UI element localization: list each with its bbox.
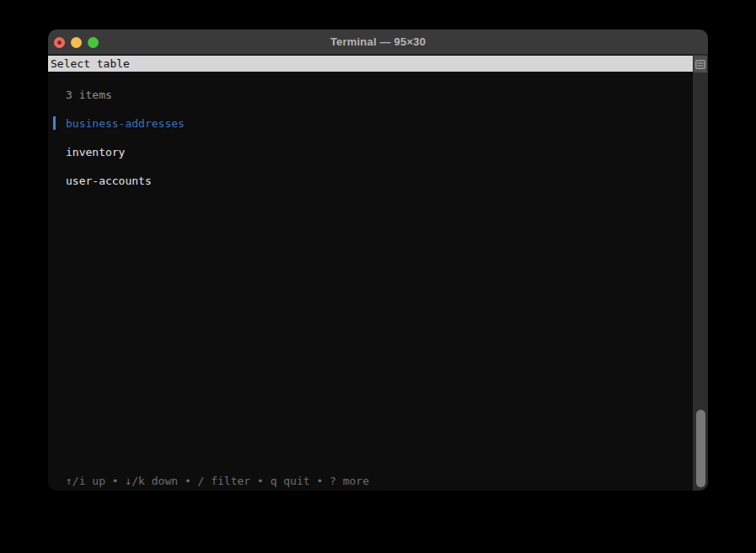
scrollbar-thumb[interactable] (696, 410, 705, 487)
list-item[interactable]: inventory (48, 145, 693, 159)
zoom-button[interactable] (88, 37, 99, 48)
window-title: Terminal — 95×30 (330, 35, 426, 48)
table-name: business-addresses (66, 117, 185, 130)
app-header-title: Select table (51, 57, 130, 70)
split-pane-icon (695, 60, 705, 69)
selection-cursor-bar (53, 116, 56, 130)
help-bar: ↑/i up • ↓/k down • / filter • q quit • … (48, 474, 369, 488)
traffic-lights (54, 30, 99, 55)
terminal-content: Select table 3 items business-addressesi… (48, 55, 708, 491)
scrollbar-track[interactable] (693, 55, 708, 491)
table-name: user-accounts (66, 174, 152, 187)
item-count-label: 3 items (48, 88, 693, 102)
terminal-window: Terminal — 95×30 Select table 3 items bu… (48, 30, 708, 491)
table-list: 3 items business-addressesinventoryuser-… (48, 88, 693, 202)
list-item[interactable]: business-addresses (48, 116, 693, 131)
list-item[interactable]: user-accounts (48, 174, 693, 188)
unsaved-changes-dot (57, 40, 62, 45)
window-titlebar[interactable]: Terminal — 95×30 (48, 30, 708, 55)
app-header-bar: Select table (48, 56, 693, 72)
split-pane-button[interactable] (694, 56, 707, 72)
minimize-button[interactable] (71, 37, 82, 48)
table-name: inventory (66, 146, 125, 158)
close-button[interactable] (54, 37, 65, 48)
